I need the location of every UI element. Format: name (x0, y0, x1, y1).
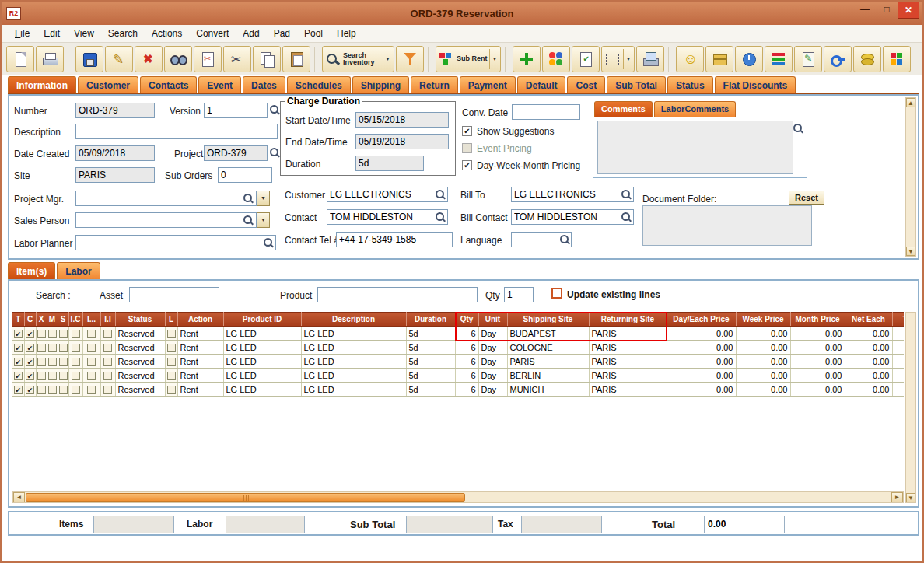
row-checkbox[interactable] (26, 372, 34, 380)
comments-search-icon[interactable] (793, 123, 803, 134)
row-checkbox[interactable] (37, 358, 46, 366)
scroll-up-icon[interactable]: ▲ (906, 98, 915, 107)
row-checkbox[interactable] (167, 344, 176, 352)
sub-rent-button[interactable]: Sub Rent▼ (436, 46, 501, 72)
customer-search-icon[interactable] (435, 189, 446, 200)
table-row[interactable]: ReservedRentLG LEDLG LED5d6DayBERLINPARI… (12, 369, 904, 383)
cube-button[interactable] (883, 46, 911, 72)
customer-input[interactable] (327, 187, 448, 202)
row-checkbox[interactable] (48, 372, 57, 380)
tab-contacts[interactable]: Contacts (140, 76, 197, 93)
sub-orders-input[interactable] (218, 167, 272, 183)
horizontal-scrollbar[interactable]: ◄ ► (12, 491, 904, 503)
tab-status[interactable]: Status (667, 76, 713, 93)
report-button[interactable] (636, 46, 664, 72)
tab-item-s[interactable]: Item(s) (8, 262, 55, 279)
tab-event[interactable]: Event (198, 76, 241, 93)
scroll-left-icon[interactable]: ◄ (13, 492, 25, 502)
col-header-description[interactable]: Description (301, 313, 406, 327)
col-header-unit[interactable]: Unit (478, 313, 507, 327)
contact-tel-input[interactable] (336, 232, 453, 247)
col-header-week-price[interactable]: Week Price (736, 313, 790, 327)
col-header-tot[interactable]: Tot... (892, 313, 904, 327)
sales-person-dropdown[interactable]: ▼ (257, 212, 270, 228)
tab-flat-discounts[interactable]: Flat Discounts (715, 76, 796, 93)
labor-planner-input[interactable] (75, 235, 276, 250)
tab-schedules[interactable]: Schedules (287, 76, 351, 93)
document-folder-box[interactable] (642, 205, 812, 246)
pad-button[interactable] (794, 46, 822, 72)
search-inventory-button[interactable]: Search Inventory▼ (322, 46, 394, 72)
find-button[interactable] (164, 46, 192, 72)
row-checkbox[interactable] (59, 372, 68, 380)
row-checkbox[interactable] (72, 386, 80, 394)
bill-contact-input[interactable] (511, 209, 634, 225)
row-checkbox[interactable] (26, 386, 34, 394)
bill-to-input[interactable] (511, 187, 634, 202)
row-checkbox[interactable] (37, 386, 46, 394)
show-suggestions-checkbox[interactable] (462, 126, 472, 136)
money-button[interactable] (853, 46, 881, 72)
row-checkbox[interactable] (59, 358, 68, 366)
menu-search[interactable]: Search (101, 26, 145, 40)
menu-view[interactable]: View (67, 26, 101, 40)
menu-file[interactable]: File (8, 26, 37, 40)
col-header-net-each[interactable]: Net Each (845, 313, 892, 327)
scroll-right-icon[interactable]: ► (891, 492, 903, 502)
paste-button[interactable] (282, 46, 310, 72)
table-row[interactable]: ReservedRentLG LEDLG LED5d6DayCOLOGNEPAR… (12, 341, 904, 355)
tab-sub-total[interactable]: Sub Total (607, 76, 666, 93)
asset-input[interactable] (129, 287, 219, 302)
notes-button[interactable] (572, 46, 600, 72)
row-checkbox[interactable] (14, 386, 23, 394)
print-button[interactable] (36, 46, 64, 72)
row-checkbox[interactable] (87, 330, 96, 338)
cut-button[interactable] (223, 46, 251, 72)
col-header-product-id[interactable]: Product ID (223, 313, 301, 327)
project-search-icon[interactable] (269, 147, 280, 158)
comments-textarea[interactable] (597, 121, 793, 174)
add-button[interactable] (513, 46, 541, 72)
dropdown-arrow-icon[interactable]: ▼ (383, 49, 392, 69)
tab-customer[interactable]: Customer (78, 76, 138, 93)
smiley-button[interactable] (676, 46, 704, 72)
col-header-l[interactable]: L (165, 313, 177, 327)
books-button[interactable] (765, 46, 793, 72)
col-header-action[interactable]: Action (177, 313, 223, 327)
row-checkbox[interactable] (37, 372, 46, 380)
items-vertical-scrollbar[interactable]: ▼ (905, 312, 916, 503)
row-checkbox[interactable] (103, 386, 112, 394)
col-header-t[interactable]: T (12, 313, 24, 327)
row-checkbox[interactable] (87, 344, 96, 352)
menu-actions[interactable]: Actions (145, 26, 189, 40)
form-vertical-scrollbar[interactable]: ▲ ▼ (905, 97, 916, 257)
row-checkbox[interactable] (48, 344, 57, 352)
language-search-icon[interactable] (559, 234, 570, 245)
row-checkbox[interactable] (37, 344, 46, 352)
update-existing-checkbox[interactable] (551, 288, 562, 299)
row-checkbox[interactable] (26, 330, 34, 338)
tab-labor[interactable]: Labor (57, 262, 100, 279)
col-header-c[interactable]: C (24, 313, 36, 327)
col-header-s[interactable]: S (58, 313, 68, 327)
new-button[interactable] (6, 46, 34, 72)
table-row[interactable]: ReservedRentLG LEDLG LED5d6DayMUNICHPARI… (12, 383, 904, 397)
pool-button[interactable] (542, 46, 570, 72)
col-header-i-c[interactable]: I.C (68, 313, 82, 327)
dropdown-arrow-icon[interactable]: ▼ (489, 49, 499, 69)
tab-laborcomments[interactable]: LaborComments (654, 101, 736, 117)
project-mgr-dropdown[interactable]: ▼ (257, 191, 270, 206)
row-checkbox[interactable] (48, 386, 57, 394)
row-checkbox[interactable] (167, 386, 176, 394)
description-input[interactable] (75, 124, 278, 139)
bill-to-search-icon[interactable] (621, 189, 632, 200)
col-header-duration[interactable]: Duration (406, 313, 455, 327)
project-input[interactable] (204, 145, 268, 161)
row-checkbox[interactable] (72, 358, 80, 366)
reset-button[interactable]: Reset (789, 191, 824, 205)
row-checkbox[interactable] (48, 358, 57, 366)
col-header-m[interactable]: M (47, 313, 58, 327)
row-checkbox[interactable] (167, 330, 176, 338)
col-header-i-i[interactable]: I.I (100, 313, 115, 327)
conv-date-input[interactable] (512, 104, 580, 120)
